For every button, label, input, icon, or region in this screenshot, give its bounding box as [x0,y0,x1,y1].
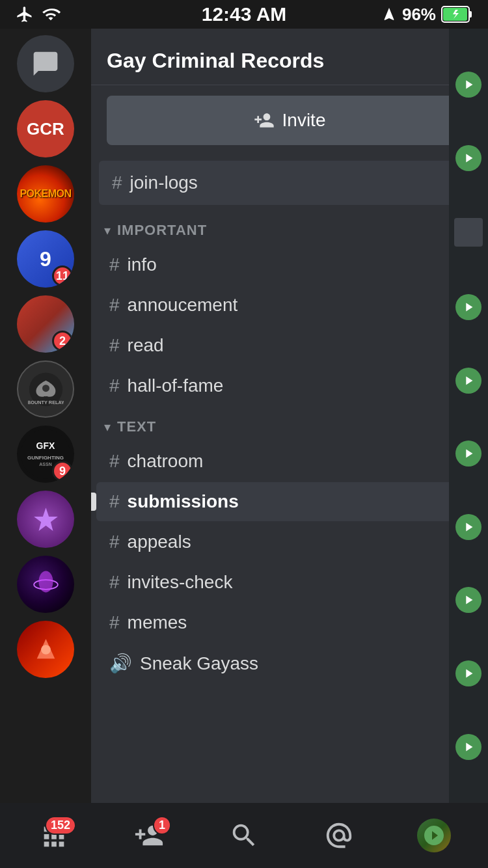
right-arrows-panel [449,29,488,803]
channel-name-invites-check: invites-check [128,572,233,593]
channel-name-hall-of-fame: hall-of-fame [128,375,224,396]
status-time: 12:43 AM [202,3,287,25]
hash-icon-hall-of-fame: # [109,375,120,396]
channel-name-chatroom: chatroom [128,451,204,472]
nav-search[interactable] [214,813,274,858]
nav-mentions[interactable] [309,813,369,858]
hash-icon-chatroom: # [109,451,120,472]
invite-button[interactable]: Invite [107,96,472,145]
battery-icon [441,6,472,23]
category-label-text: TEXT [117,418,156,435]
channel-panel: Gay Criminal Records ··· Invite # join-l… [91,29,488,803]
server-icon-pokemon[interactable]: POKEMON [17,165,74,223]
invite-button-label: Invite [282,110,326,131]
channel-appeals[interactable]: # appeals [96,522,483,562]
dm-button[interactable] [17,35,74,92]
hash-icon-join-logs: # [112,172,122,193]
channel-list: # join-logs ▾ IMPORTANT # info # annouce… [91,156,488,803]
category-important[interactable]: ▾ IMPORTANT [91,210,488,244]
hash-icon-invites-check: # [109,572,120,593]
airplane-icon [16,5,34,23]
arrow-6[interactable] [455,514,481,540]
channel-hall-of-fame[interactable]: # hall-of-fame [96,366,483,405]
channel-read[interactable]: # read [96,326,483,365]
channel-info[interactable]: # info [96,245,483,284]
svg-rect-1 [469,11,472,18]
server-icon-gfx[interactable]: GFX GUNFIGHTING ASSN 9 [17,426,74,483]
hash-icon-appeals: # [109,532,120,552]
battery-percent: 96% [402,5,436,25]
svg-text:GFX: GFX [36,441,55,451]
nav-profile[interactable] [404,813,464,858]
channel-name-appeals: appeals [128,532,191,552]
svg-text:ASSN: ASSN [39,462,51,467]
friends-icon: 1 [132,819,166,852]
invite-icon [254,110,275,131]
active-indicator [91,493,96,511]
channel-chatroom[interactable]: # chatroom [96,442,483,481]
arrow-2[interactable] [455,145,481,171]
svg-point-12 [41,645,51,655]
arrow-7[interactable] [455,587,481,613]
chevron-text: ▾ [104,419,111,435]
category-label-important: IMPORTANT [117,222,207,239]
channel-name-memes: memes [128,612,187,633]
server-icon-dark[interactable] [17,556,74,613]
app-container: GCR POKEMON 9 11 2 BOUNTY RELAY [0,29,488,803]
server-name: Gay Criminal Records [107,49,324,73]
channel-name-info: info [128,254,157,275]
category-text[interactable]: ▾ TEXT [91,407,488,441]
svg-point-4 [42,385,49,392]
server-icon-roblox[interactable]: 2 [17,295,74,353]
server-icon-purple[interactable] [17,491,74,548]
svg-point-11 [38,571,53,592]
server-icon-sports[interactable]: 9 11 [17,230,74,288]
arrow-3[interactable] [455,294,481,320]
arrow-1[interactable] [455,72,481,98]
nav-servers[interactable]: 152 [24,813,84,858]
arrow-4[interactable] [455,368,481,394]
hash-icon-info: # [109,254,120,275]
server-icon-bounty[interactable]: BOUNTY RELAY [17,360,74,418]
badge-sports: 11 [52,265,73,286]
bottom-nav: 152 1 [0,803,488,868]
channel-invites-check[interactable]: # invites-check [96,563,483,602]
profile-avatar [417,819,451,852]
channel-annoucement[interactable]: # annoucement [96,286,483,325]
hash-icon-annoucement: # [109,295,120,316]
arrow-9[interactable] [455,734,481,760]
hash-icon-memes: # [109,612,120,633]
wifi-icon [40,5,61,23]
search-nav-icon [227,819,261,852]
arrow-8[interactable] [455,660,481,686]
volume-icon: 🔊 [109,653,132,674]
server-icon-gcr[interactable]: GCR [17,100,74,157]
nav-friends[interactable]: 1 [119,813,179,858]
channel-name-join-logs: join-logs [130,172,198,193]
badge-gfx: 9 [52,461,73,481]
svg-text:BOUNTY RELAY: BOUNTY RELAY [28,400,64,405]
search-box[interactable] [454,218,483,247]
server-list: GCR POKEMON 9 11 2 BOUNTY RELAY [0,29,91,803]
servers-icon: 152 [37,819,71,852]
arrow-5[interactable] [455,441,481,467]
channel-submissions[interactable]: # submissions [96,482,483,521]
channel-join-logs[interactable]: # join-logs [99,161,480,205]
channel-name-submissions: submissions [128,491,239,512]
mentions-icon [322,819,356,852]
badge-friends: 1 [153,816,171,835]
channel-sneak-gayass[interactable]: 🔊 Sneak Gayass [96,644,483,683]
hash-icon-submissions: # [109,491,120,512]
channel-memes[interactable]: # memes [96,603,483,642]
hash-icon-read: # [109,335,120,356]
status-right: 96% [381,5,472,25]
badge-roblox: 2 [52,331,73,351]
channel-name-annoucement: annoucement [128,295,238,316]
badge-servers: 152 [45,816,76,835]
location-icon [381,7,397,22]
server-icon-red2[interactable] [17,621,74,678]
channel-name-sneak-gayass: Sneak Gayass [140,653,258,674]
svg-text:GUNFIGHTING: GUNFIGHTING [27,455,64,461]
status-left [16,5,61,23]
chevron-important: ▾ [104,223,111,238]
